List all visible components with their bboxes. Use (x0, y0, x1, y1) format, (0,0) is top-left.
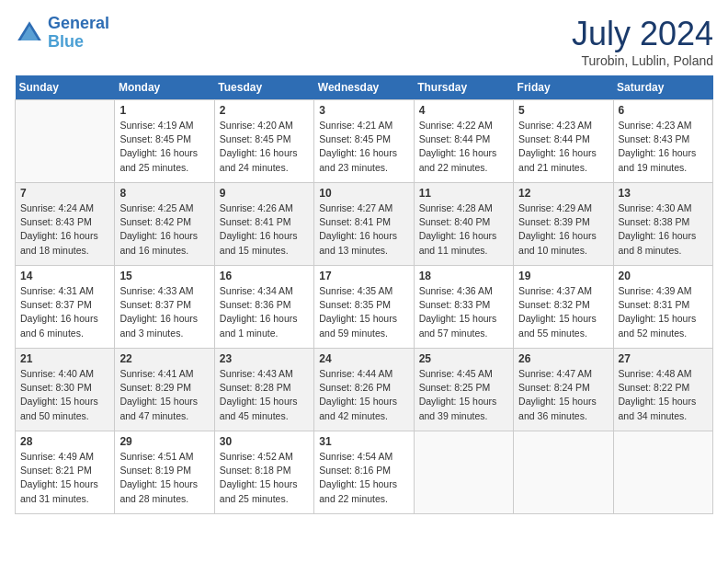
col-header-friday: Friday (514, 75, 613, 100)
day-number: 14 (20, 270, 109, 282)
day-cell (16, 100, 115, 183)
day-info: Sunrise: 4:28 AMSunset: 8:40 PMDaylight:… (419, 201, 508, 258)
day-cell: 28Sunrise: 4:49 AMSunset: 8:21 PMDayligh… (16, 431, 115, 514)
day-number: 9 (220, 187, 309, 200)
week-row-5: 28Sunrise: 4:49 AMSunset: 8:21 PMDayligh… (16, 431, 713, 514)
day-number: 18 (419, 270, 508, 282)
day-number: 6 (619, 104, 708, 117)
day-cell: 19Sunrise: 4:37 AMSunset: 8:32 PMDayligh… (514, 266, 613, 349)
day-info: Sunrise: 4:54 AMSunset: 8:16 PMDaylight:… (319, 450, 408, 506)
day-info: Sunrise: 4:45 AMSunset: 8:25 PMDaylight:… (419, 367, 508, 423)
day-number: 19 (518, 270, 608, 282)
header-row: SundayMondayTuesdayWednesdayThursdayFrid… (16, 75, 713, 100)
day-cell: 18Sunrise: 4:36 AMSunset: 8:33 PMDayligh… (414, 266, 513, 349)
day-cell: 13Sunrise: 4:30 AMSunset: 8:38 PMDayligh… (613, 183, 712, 266)
day-number: 17 (319, 270, 408, 282)
day-info: Sunrise: 4:26 AMSunset: 8:41 PMDaylight:… (220, 201, 309, 258)
day-cell: 21Sunrise: 4:40 AMSunset: 8:30 PMDayligh… (16, 349, 115, 431)
day-number: 28 (20, 435, 109, 448)
day-cell: 8Sunrise: 4:25 AMSunset: 8:42 PMDaylight… (115, 183, 214, 266)
day-number: 1 (119, 104, 209, 117)
day-number: 11 (419, 187, 508, 200)
day-info: Sunrise: 4:51 AMSunset: 8:19 PMDaylight:… (119, 450, 209, 506)
day-info: Sunrise: 4:29 AMSunset: 8:39 PMDaylight:… (518, 201, 608, 258)
day-info: Sunrise: 4:24 AMSunset: 8:43 PMDaylight:… (20, 201, 109, 258)
day-info: Sunrise: 4:44 AMSunset: 8:26 PMDaylight:… (319, 367, 408, 423)
day-cell: 3Sunrise: 4:21 AMSunset: 8:45 PMDaylight… (314, 100, 414, 183)
day-number: 23 (220, 352, 309, 365)
day-info: Sunrise: 4:33 AMSunset: 8:37 PMDaylight:… (119, 284, 209, 340)
col-header-tuesday: Tuesday (214, 75, 313, 100)
day-cell: 7Sunrise: 4:24 AMSunset: 8:43 PMDaylight… (16, 183, 115, 266)
day-number: 29 (119, 435, 209, 448)
day-cell: 17Sunrise: 4:35 AMSunset: 8:35 PMDayligh… (314, 266, 414, 349)
calendar-table: SundayMondayTuesdayWednesdayThursdayFrid… (15, 75, 713, 514)
location: Turobin, Lublin, Poland (572, 53, 713, 68)
day-cell: 20Sunrise: 4:39 AMSunset: 8:31 PMDayligh… (613, 266, 712, 349)
day-number: 30 (220, 435, 309, 448)
day-cell: 25Sunrise: 4:45 AMSunset: 8:25 PMDayligh… (414, 349, 513, 431)
day-number: 10 (319, 187, 408, 200)
day-number: 21 (20, 352, 109, 365)
day-info: Sunrise: 4:37 AMSunset: 8:32 PMDaylight:… (518, 284, 608, 340)
day-info: Sunrise: 4:35 AMSunset: 8:35 PMDaylight:… (319, 284, 408, 340)
day-info: Sunrise: 4:30 AMSunset: 8:38 PMDaylight:… (619, 201, 708, 258)
day-cell: 29Sunrise: 4:51 AMSunset: 8:19 PMDayligh… (115, 431, 214, 514)
day-number: 2 (220, 104, 309, 117)
day-number: 20 (619, 270, 708, 282)
page-header: General Blue July 2024 Turobin, Lublin, … (15, 15, 713, 68)
day-cell: 31Sunrise: 4:54 AMSunset: 8:16 PMDayligh… (314, 431, 414, 514)
day-number: 15 (119, 270, 209, 282)
day-cell: 24Sunrise: 4:44 AMSunset: 8:26 PMDayligh… (314, 349, 414, 431)
day-cell: 26Sunrise: 4:47 AMSunset: 8:24 PMDayligh… (514, 349, 613, 431)
day-number: 24 (319, 352, 408, 365)
day-number: 16 (220, 270, 309, 282)
day-info: Sunrise: 4:47 AMSunset: 8:24 PMDaylight:… (518, 367, 608, 423)
day-number: 13 (619, 187, 708, 200)
day-info: Sunrise: 4:40 AMSunset: 8:30 PMDaylight:… (20, 367, 109, 423)
day-number: 7 (20, 187, 109, 200)
day-number: 3 (319, 104, 408, 117)
title-block: July 2024 Turobin, Lublin, Poland (572, 15, 713, 68)
col-header-saturday: Saturday (613, 75, 712, 100)
day-number: 4 (419, 104, 508, 117)
day-info: Sunrise: 4:41 AMSunset: 8:29 PMDaylight:… (119, 367, 209, 423)
day-cell: 11Sunrise: 4:28 AMSunset: 8:40 PMDayligh… (414, 183, 513, 266)
day-cell: 1Sunrise: 4:19 AMSunset: 8:45 PMDaylight… (115, 100, 214, 183)
day-info: Sunrise: 4:20 AMSunset: 8:45 PMDaylight:… (220, 119, 309, 175)
col-header-sunday: Sunday (16, 75, 115, 100)
day-info: Sunrise: 4:34 AMSunset: 8:36 PMDaylight:… (220, 284, 309, 340)
day-info: Sunrise: 4:21 AMSunset: 8:45 PMDaylight:… (319, 119, 408, 175)
day-info: Sunrise: 4:39 AMSunset: 8:31 PMDaylight:… (619, 284, 708, 340)
week-row-3: 14Sunrise: 4:31 AMSunset: 8:37 PMDayligh… (16, 266, 713, 349)
logo-text: General Blue (48, 15, 109, 52)
day-number: 22 (119, 352, 209, 365)
day-cell: 14Sunrise: 4:31 AMSunset: 8:37 PMDayligh… (16, 266, 115, 349)
month-year: July 2024 (572, 15, 713, 53)
day-info: Sunrise: 4:22 AMSunset: 8:44 PMDaylight:… (419, 119, 508, 175)
day-number: 25 (419, 352, 508, 365)
day-cell (613, 431, 712, 514)
logo-icon (15, 18, 44, 48)
day-cell: 15Sunrise: 4:33 AMSunset: 8:37 PMDayligh… (115, 266, 214, 349)
col-header-thursday: Thursday (414, 75, 513, 100)
day-number: 8 (119, 187, 209, 200)
day-info: Sunrise: 4:43 AMSunset: 8:28 PMDaylight:… (220, 367, 309, 423)
day-number: 27 (619, 352, 708, 365)
day-cell: 2Sunrise: 4:20 AMSunset: 8:45 PMDaylight… (214, 100, 313, 183)
week-row-4: 21Sunrise: 4:40 AMSunset: 8:30 PMDayligh… (16, 349, 713, 431)
week-row-2: 7Sunrise: 4:24 AMSunset: 8:43 PMDaylight… (16, 183, 713, 266)
day-info: Sunrise: 4:49 AMSunset: 8:21 PMDaylight:… (20, 450, 109, 506)
day-number: 26 (518, 352, 608, 365)
col-header-wednesday: Wednesday (314, 75, 414, 100)
day-cell: 10Sunrise: 4:27 AMSunset: 8:41 PMDayligh… (314, 183, 414, 266)
day-info: Sunrise: 4:36 AMSunset: 8:33 PMDaylight:… (419, 284, 508, 340)
day-info: Sunrise: 4:48 AMSunset: 8:22 PMDaylight:… (619, 367, 708, 423)
day-cell: 4Sunrise: 4:22 AMSunset: 8:44 PMDaylight… (414, 100, 513, 183)
week-row-1: 1Sunrise: 4:19 AMSunset: 8:45 PMDaylight… (16, 100, 713, 183)
day-cell (414, 431, 513, 514)
day-cell: 27Sunrise: 4:48 AMSunset: 8:22 PMDayligh… (613, 349, 712, 431)
day-number: 12 (518, 187, 608, 200)
col-header-monday: Monday (115, 75, 214, 100)
logo: General Blue (15, 15, 109, 52)
